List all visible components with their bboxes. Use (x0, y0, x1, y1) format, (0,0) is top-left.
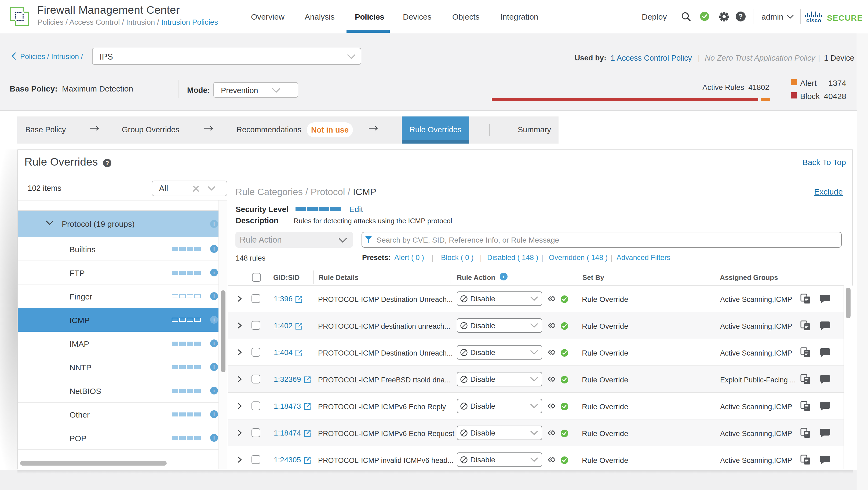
svg-text:?: ? (105, 160, 109, 166)
svg-text:?: ? (739, 12, 743, 21)
svg-text:cisco: cisco (806, 17, 821, 23)
